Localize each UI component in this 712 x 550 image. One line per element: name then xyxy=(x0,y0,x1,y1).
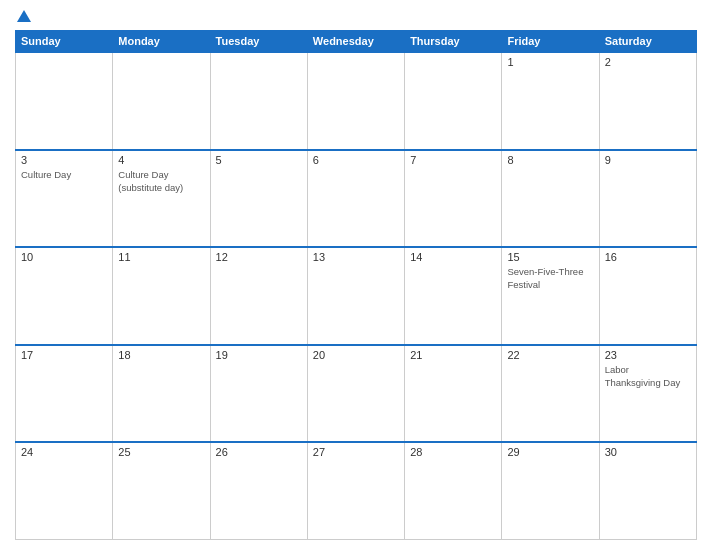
calendar-week-row: 24252627282930 xyxy=(16,442,697,540)
calendar-cell: 23LaborThanksgiving Day xyxy=(599,345,696,443)
calendar-cell: 18 xyxy=(113,345,210,443)
calendar-cell: 20 xyxy=(307,345,404,443)
weekday-header-friday: Friday xyxy=(502,31,599,53)
day-number: 26 xyxy=(216,446,302,458)
calendar-cell xyxy=(113,52,210,150)
calendar-table: SundayMondayTuesdayWednesdayThursdayFrid… xyxy=(15,30,697,540)
calendar-cell: 25 xyxy=(113,442,210,540)
calendar-week-row: 3Culture Day4Culture Day(substitute day)… xyxy=(16,150,697,248)
calendar-cell: 2 xyxy=(599,52,696,150)
day-number: 4 xyxy=(118,154,204,166)
day-number: 9 xyxy=(605,154,691,166)
header xyxy=(15,10,697,22)
day-number: 10 xyxy=(21,251,107,263)
weekday-header-monday: Monday xyxy=(113,31,210,53)
day-number: 7 xyxy=(410,154,496,166)
day-number: 22 xyxy=(507,349,593,361)
calendar-cell: 17 xyxy=(16,345,113,443)
calendar-cell xyxy=(405,52,502,150)
day-number: 15 xyxy=(507,251,593,263)
day-number: 12 xyxy=(216,251,302,263)
weekday-header-row: SundayMondayTuesdayWednesdayThursdayFrid… xyxy=(16,31,697,53)
calendar-cell: 8 xyxy=(502,150,599,248)
calendar-cell: 27 xyxy=(307,442,404,540)
day-number: 8 xyxy=(507,154,593,166)
calendar-cell: 21 xyxy=(405,345,502,443)
day-number: 21 xyxy=(410,349,496,361)
calendar-cell: 10 xyxy=(16,247,113,345)
day-number: 27 xyxy=(313,446,399,458)
day-number: 28 xyxy=(410,446,496,458)
calendar-cell: 9 xyxy=(599,150,696,248)
day-number: 19 xyxy=(216,349,302,361)
day-number: 24 xyxy=(21,446,107,458)
day-number: 11 xyxy=(118,251,204,263)
calendar-cell: 24 xyxy=(16,442,113,540)
calendar-cell: 19 xyxy=(210,345,307,443)
calendar-page: SundayMondayTuesdayWednesdayThursdayFrid… xyxy=(0,0,712,550)
calendar-cell: 7 xyxy=(405,150,502,248)
event-label: Labor xyxy=(605,364,629,375)
calendar-cell: 5 xyxy=(210,150,307,248)
weekday-header-saturday: Saturday xyxy=(599,31,696,53)
calendar-cell: 12 xyxy=(210,247,307,345)
event-label: Festival xyxy=(507,279,540,290)
calendar-cell: 11 xyxy=(113,247,210,345)
day-number: 30 xyxy=(605,446,691,458)
weekday-header-thursday: Thursday xyxy=(405,31,502,53)
calendar-week-row: 101112131415Seven-Five-ThreeFestival16 xyxy=(16,247,697,345)
calendar-cell: 6 xyxy=(307,150,404,248)
event-label: Culture Day xyxy=(118,169,168,180)
logo-triangle-icon xyxy=(17,10,31,22)
calendar-cell: 14 xyxy=(405,247,502,345)
event-label: (substitute day) xyxy=(118,182,183,193)
calendar-cell: 3Culture Day xyxy=(16,150,113,248)
calendar-cell: 16 xyxy=(599,247,696,345)
day-number: 5 xyxy=(216,154,302,166)
calendar-cell xyxy=(210,52,307,150)
day-number: 17 xyxy=(21,349,107,361)
calendar-cell: 26 xyxy=(210,442,307,540)
weekday-header-wednesday: Wednesday xyxy=(307,31,404,53)
day-number: 13 xyxy=(313,251,399,263)
weekday-header-tuesday: Tuesday xyxy=(210,31,307,53)
day-number: 29 xyxy=(507,446,593,458)
event-label: Thanksgiving Day xyxy=(605,377,681,388)
calendar-cell xyxy=(16,52,113,150)
calendar-cell: 28 xyxy=(405,442,502,540)
day-number: 25 xyxy=(118,446,204,458)
day-number: 1 xyxy=(507,56,593,68)
logo xyxy=(15,10,31,22)
calendar-week-row: 12 xyxy=(16,52,697,150)
calendar-cell: 15Seven-Five-ThreeFestival xyxy=(502,247,599,345)
calendar-cell: 29 xyxy=(502,442,599,540)
calendar-cell: 1 xyxy=(502,52,599,150)
calendar-cell: 13 xyxy=(307,247,404,345)
calendar-cell: 22 xyxy=(502,345,599,443)
day-number: 3 xyxy=(21,154,107,166)
day-number: 20 xyxy=(313,349,399,361)
day-number: 14 xyxy=(410,251,496,263)
calendar-week-row: 17181920212223LaborThanksgiving Day xyxy=(16,345,697,443)
event-label: Seven-Five-Three xyxy=(507,266,583,277)
calendar-cell xyxy=(307,52,404,150)
day-number: 18 xyxy=(118,349,204,361)
event-label: Culture Day xyxy=(21,169,71,180)
day-number: 2 xyxy=(605,56,691,68)
calendar-cell: 30 xyxy=(599,442,696,540)
calendar-cell: 4Culture Day(substitute day) xyxy=(113,150,210,248)
weekday-header-sunday: Sunday xyxy=(16,31,113,53)
day-number: 6 xyxy=(313,154,399,166)
day-number: 23 xyxy=(605,349,691,361)
day-number: 16 xyxy=(605,251,691,263)
